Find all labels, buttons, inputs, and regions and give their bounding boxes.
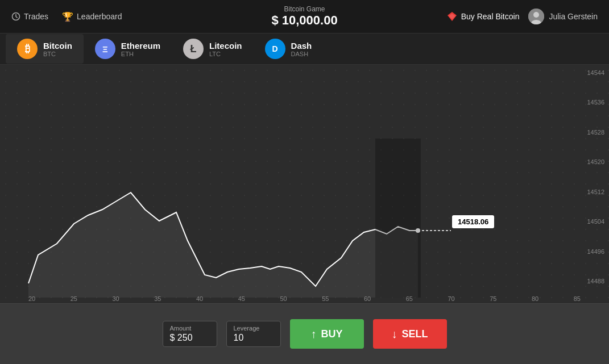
user-avatar-icon bbox=[528, 9, 544, 24]
ltc-tab-text: Litecoin LTC bbox=[209, 41, 242, 57]
buy-real-bitcoin-label: Buy Real Bitcoin bbox=[461, 12, 520, 21]
x-label-6: 45 bbox=[238, 295, 245, 302]
btc-name: Bitcoin bbox=[43, 41, 72, 51]
tab-ethereum[interactable]: Ξ Ethereum ETH bbox=[84, 34, 172, 64]
amount-input-group: Amount bbox=[163, 321, 217, 347]
ltc-symbol: LTC bbox=[209, 51, 242, 57]
user-info: Julia Gerstein bbox=[528, 9, 598, 24]
crypto-tabs: ₿ Bitcoin BTC Ξ Ethereum ETH Ł Litecoin … bbox=[0, 34, 609, 65]
tab-litecoin[interactable]: Ł Litecoin LTC bbox=[172, 34, 254, 64]
avatar bbox=[528, 9, 544, 24]
x-label-8: 55 bbox=[322, 295, 329, 302]
balance-display: $ 10,000.00 bbox=[271, 13, 337, 28]
y-label-8: 14488 bbox=[587, 278, 604, 284]
x-label-2: 25 bbox=[71, 295, 77, 302]
ltc-name: Litecoin bbox=[209, 41, 242, 51]
eth-name: Ethereum bbox=[121, 41, 160, 51]
sell-button[interactable]: ↓ SELL bbox=[373, 319, 447, 349]
header: Trades 🏆 Leaderboard Bitcoin Game $ 10,0… bbox=[0, 0, 609, 34]
header-center: Bitcoin Game $ 10,000.00 bbox=[207, 5, 403, 28]
dash-symbol: DASH bbox=[291, 51, 312, 57]
trophy-icon: 🏆 bbox=[62, 11, 73, 22]
svg-rect-8 bbox=[375, 139, 421, 298]
x-axis: 20 25 30 35 40 45 50 55 60 65 70 75 80 8… bbox=[28, 295, 581, 302]
diamond-icon bbox=[446, 11, 458, 22]
y-label-3: 14528 bbox=[587, 129, 604, 136]
chart-container: 14518.06 14544 14536 14528 14520 14512 1… bbox=[0, 65, 609, 303]
y-label-4: 14520 bbox=[587, 158, 604, 165]
clock-icon bbox=[11, 12, 20, 21]
y-label-2: 14536 bbox=[587, 99, 604, 106]
y-label-6: 14504 bbox=[587, 218, 604, 225]
x-label-3: 30 bbox=[113, 295, 119, 302]
buy-label: BUY bbox=[321, 328, 342, 340]
btc-icon: ₿ bbox=[17, 39, 38, 59]
game-label: Bitcoin Game bbox=[284, 5, 325, 13]
buy-arrow-icon: ↑ bbox=[310, 328, 316, 341]
trades-label: Trades bbox=[24, 12, 48, 21]
eth-symbol: ETH bbox=[121, 51, 160, 57]
trades-nav[interactable]: Trades bbox=[11, 12, 48, 21]
y-label-1: 14544 bbox=[587, 69, 604, 76]
leaderboard-nav[interactable]: 🏆 Leaderboard bbox=[62, 11, 122, 22]
user-name: Julia Gerstein bbox=[549, 12, 598, 21]
eth-icon: Ξ bbox=[95, 39, 115, 59]
btc-tab-text: Bitcoin BTC bbox=[43, 41, 72, 57]
dash-tab-text: Dash DASH bbox=[291, 41, 312, 57]
x-label-14: 85 bbox=[574, 295, 581, 302]
dash-icon: D bbox=[265, 39, 285, 59]
leverage-input[interactable] bbox=[234, 333, 274, 343]
ltc-icon: Ł bbox=[183, 39, 204, 59]
x-label-5: 40 bbox=[196, 295, 203, 302]
leaderboard-label: Leaderboard bbox=[77, 12, 122, 21]
price-tooltip: 14518.06 bbox=[452, 215, 494, 228]
x-label-1: 20 bbox=[28, 295, 35, 302]
amount-label: Amount bbox=[170, 325, 210, 332]
y-label-5: 14512 bbox=[587, 189, 604, 195]
leverage-label: Leverage bbox=[234, 325, 274, 332]
price-chart bbox=[0, 65, 609, 303]
header-right: Buy Real Bitcoin Julia Gerstein bbox=[402, 9, 598, 24]
x-label-11: 70 bbox=[448, 295, 455, 302]
header-left: Trades 🏆 Leaderboard bbox=[11, 11, 207, 22]
svg-point-4 bbox=[533, 12, 539, 18]
buy-real-bitcoin-button[interactable]: Buy Real Bitcoin bbox=[446, 11, 520, 22]
dash-name: Dash bbox=[291, 41, 312, 51]
x-label-12: 75 bbox=[490, 295, 496, 302]
x-label-10: 65 bbox=[406, 295, 413, 302]
buy-button[interactable]: ↑ BUY bbox=[290, 319, 364, 349]
x-label-13: 80 bbox=[532, 295, 538, 302]
tab-dash[interactable]: D Dash DASH bbox=[254, 34, 324, 64]
tooltip-price: 14518.06 bbox=[458, 217, 488, 226]
sell-label: SELL bbox=[401, 328, 428, 340]
tab-bitcoin[interactable]: ₿ Bitcoin BTC bbox=[6, 34, 84, 64]
y-axis: 14544 14536 14528 14520 14512 14504 1449… bbox=[587, 65, 604, 289]
bottom-panel: Amount Leverage ↑ BUY ↓ SELL bbox=[0, 303, 609, 364]
eth-tab-text: Ethereum ETH bbox=[121, 41, 160, 57]
sell-arrow-icon: ↓ bbox=[391, 328, 397, 341]
y-label-7: 14496 bbox=[587, 248, 604, 255]
leverage-input-group: Leverage bbox=[226, 321, 281, 347]
btc-symbol: BTC bbox=[43, 51, 72, 57]
x-label-4: 35 bbox=[154, 295, 161, 302]
amount-input[interactable] bbox=[170, 333, 210, 343]
x-label-9: 60 bbox=[364, 295, 371, 302]
x-label-7: 50 bbox=[280, 295, 287, 302]
